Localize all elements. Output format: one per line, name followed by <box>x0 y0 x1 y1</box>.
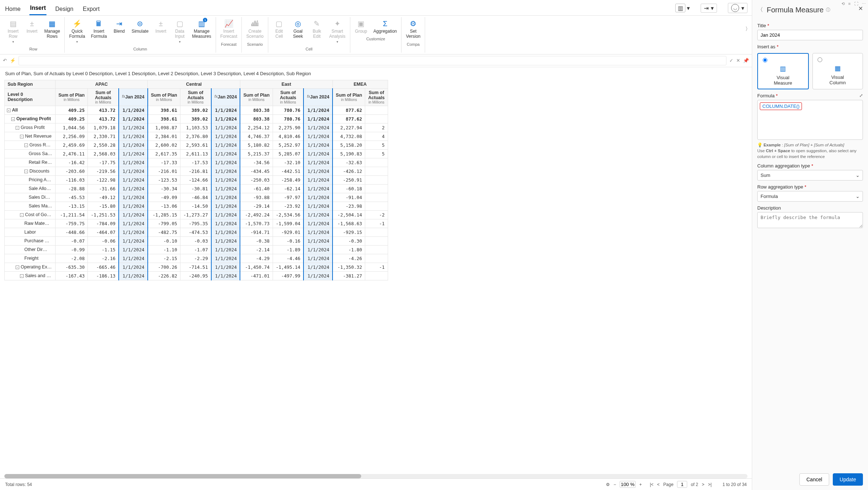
cell-plan[interactable]: -482.75 <box>148 228 180 236</box>
horizontal-scrollbar[interactable] <box>4 474 747 478</box>
row-label[interactable]: Freight <box>5 254 56 263</box>
cell-actuals[interactable] <box>365 193 388 202</box>
visual-measure-option[interactable]: ▥ Visual Measure <box>757 53 809 89</box>
cell-plan[interactable]: -28.88 <box>56 184 88 193</box>
table-row[interactable]: Sale Allo…-28.88-31.661/1/2024-30.34-30.… <box>5 184 388 193</box>
cell-plan[interactable]: 803.38 <box>240 114 273 123</box>
cell-actuals[interactable]: -1.07 <box>180 245 211 254</box>
cell-jan[interactable]: 1/1/2024 <box>119 202 148 210</box>
cell-actuals[interactable]: 2,611.13 <box>180 149 211 158</box>
cell-actuals[interactable]: -497.99 <box>273 271 303 280</box>
cell-plan[interactable]: -929.15 <box>333 228 365 236</box>
cell-jan[interactable]: 1/1/2024 <box>303 245 333 254</box>
cell-plan[interactable]: -203.60 <box>56 167 88 175</box>
cell-jan[interactable]: 1/1/2024 <box>119 175 148 184</box>
cell-jan[interactable]: 1/1/2024 <box>119 184 148 193</box>
cell-actuals[interactable]: -1,599.04 <box>273 219 303 228</box>
cell-plan[interactable]: -16.42 <box>56 158 88 167</box>
cell-plan[interactable]: -2,492.24 <box>240 210 273 219</box>
cell-plan[interactable]: -30.34 <box>148 184 180 193</box>
cell-actuals[interactable]: -2,534.56 <box>273 210 303 219</box>
visual-column-radio[interactable] <box>818 57 822 62</box>
cell-plan[interactable]: 2,256.09 <box>56 132 88 141</box>
tab-design[interactable]: Design <box>54 4 74 15</box>
cell-plan[interactable]: -123.53 <box>148 175 180 184</box>
quick-formula-button[interactable]: ⚡Quick Formula <box>68 19 86 45</box>
cell-plan[interactable]: -1,450.74 <box>240 263 273 271</box>
cell-actuals[interactable]: 1,103.53 <box>180 123 211 132</box>
table-row[interactable]: -Net Revenue2,256.092,330.711/1/20242,38… <box>5 132 388 141</box>
cell-actuals[interactable]: 1,079.18 <box>88 123 119 132</box>
win-reset-icon[interactable]: ⟲ <box>841 1 845 6</box>
cell-jan[interactable]: 1/1/2024 <box>211 219 240 228</box>
cell-actuals[interactable]: 5,285.07 <box>273 149 303 158</box>
cell-jan[interactable]: 1/1/2024 <box>303 236 333 245</box>
cell-jan[interactable]: 1/1/2024 <box>119 114 148 123</box>
cell-jan[interactable]: 1/1/2024 <box>211 106 240 114</box>
cell-plan[interactable]: -2.08 <box>56 254 88 263</box>
actuals-header[interactable]: Sum of Actualsin Millions <box>273 88 303 106</box>
info-icon[interactable]: ⓘ <box>826 7 830 13</box>
cell-actuals[interactable]: -62.14 <box>273 184 303 193</box>
invert-col-button[interactable]: ±Invert <box>153 19 169 35</box>
cell-jan[interactable]: 1/1/2024 <box>211 271 240 280</box>
close-icon[interactable]: ✕ <box>736 58 740 63</box>
cell-actuals[interactable]: 413.72 <box>88 106 119 114</box>
formula-input[interactable] <box>19 56 726 65</box>
cell-jan[interactable]: 1/1/2024 <box>119 228 148 236</box>
cell-plan[interactable]: -91.04 <box>333 193 365 202</box>
table-row[interactable]: -Sales and M…-167.43-186.131/1/2024-226.… <box>5 271 388 280</box>
cell-actuals[interactable]: 780.76 <box>273 106 303 114</box>
cell-actuals[interactable]: -442.51 <box>273 167 303 175</box>
cell-plan[interactable]: 4,732.08 <box>333 132 365 141</box>
cell-actuals[interactable]: -219.56 <box>88 167 119 175</box>
cell-jan[interactable]: 1/1/2024 <box>303 271 333 280</box>
row-agg-select[interactable]: Formula⌄ <box>757 191 863 202</box>
cell-actuals[interactable]: -665.46 <box>88 263 119 271</box>
cell-plan[interactable]: -45.53 <box>56 193 88 202</box>
cell-jan[interactable]: 1/1/2024 <box>119 167 148 175</box>
cell-jan[interactable]: 1/1/2024 <box>211 228 240 236</box>
cell-jan[interactable]: 1/1/2024 <box>211 210 240 219</box>
check-icon[interactable]: ✓ <box>729 58 733 63</box>
data-input-button[interactable]: ▢Data Input <box>172 19 188 45</box>
cell-actuals[interactable]: -23.92 <box>273 202 303 210</box>
insert-forecast-button[interactable]: 📈Insert Forecast <box>219 19 239 40</box>
cell-plan[interactable]: 1,098.87 <box>148 123 180 132</box>
redo-icon[interactable]: ⚡ <box>10 58 16 63</box>
cell-plan[interactable]: -60.18 <box>333 184 365 193</box>
zoom-out-button[interactable]: − <box>614 482 616 487</box>
table-row[interactable]: -Operating Profit409.25413.721/1/2024398… <box>5 114 388 123</box>
cell-actuals[interactable] <box>365 236 388 245</box>
zoom-input[interactable] <box>620 481 636 488</box>
cell-plan[interactable]: -250.91 <box>333 175 365 184</box>
cell-jan[interactable]: 1/1/2024 <box>211 202 240 210</box>
cell-actuals[interactable]: -216.81 <box>180 167 211 175</box>
cell-jan[interactable]: 1/1/2024 <box>211 123 240 132</box>
cell-actuals[interactable]: 5 <box>365 141 388 149</box>
cell-jan[interactable]: 1/1/2024 <box>303 158 333 167</box>
cell-jan[interactable]: 1/1/2024 <box>211 167 240 175</box>
region-header[interactable]: Central <box>148 80 240 88</box>
cell-plan[interactable]: 2,254.12 <box>240 123 273 132</box>
cell-actuals[interactable]: -1.89 <box>273 245 303 254</box>
cell-jan[interactable]: 1/1/2024 <box>119 123 148 132</box>
region-header[interactable]: East <box>240 80 333 88</box>
cell-plan[interactable]: -116.03 <box>56 175 88 184</box>
cell-jan[interactable]: 1/1/2024 <box>303 149 333 158</box>
cell-actuals[interactable]: -0.16 <box>273 236 303 245</box>
cell-actuals[interactable]: -0.06 <box>88 236 119 245</box>
cell-plan[interactable]: -23.98 <box>333 202 365 210</box>
cell-actuals[interactable]: 780.76 <box>273 114 303 123</box>
cell-jan[interactable]: 1/1/2024 <box>303 263 333 271</box>
cell-plan[interactable]: -61.40 <box>240 184 273 193</box>
cell-jan[interactable]: 1/1/2024 <box>211 114 240 123</box>
row-label[interactable]: Raw Mate… <box>5 219 56 228</box>
cell-actuals[interactable]: -929.01 <box>273 228 303 236</box>
close-panel-button[interactable]: ✕ <box>858 5 863 12</box>
row-label[interactable]: Retail Re… <box>5 158 56 167</box>
cell-plan[interactable]: -13.15 <box>56 202 88 210</box>
group-button[interactable]: ▣Group <box>353 19 369 35</box>
cell-actuals[interactable]: 2,550.28 <box>88 141 119 149</box>
cell-jan[interactable]: 1/1/2024 <box>303 202 333 210</box>
